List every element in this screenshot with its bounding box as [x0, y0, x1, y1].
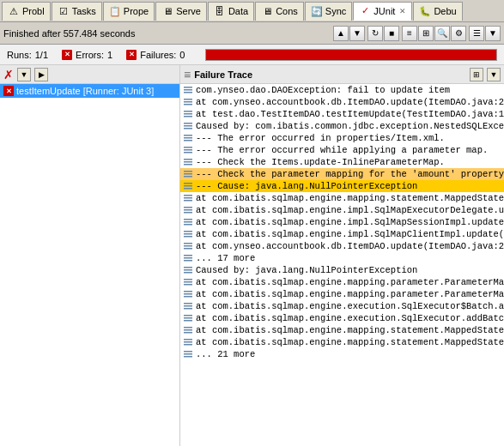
trace-line-text: Caused by: com.ibatis.common.jdbc.except… — [196, 120, 504, 132]
svg-rect-41 — [184, 248, 192, 250]
trace-line-text: at com.ibatis.sqlmap.engine.mapping.para… — [196, 288, 504, 300]
svg-rect-37 — [184, 233, 192, 235]
tab-problems[interactable]: ⚠ Probl — [2, 2, 51, 21]
stats-bar: Runs: 1/1 ✕ Errors: 1 ✕ Failures: 0 — [0, 45, 504, 65]
tasks-icon: ☑ — [58, 5, 70, 17]
trace-line-text: --- Cause: java.lang.NullPointerExceptio… — [196, 180, 417, 192]
svg-rect-4 — [184, 101, 192, 103]
svg-rect-60 — [184, 327, 192, 328]
stack-line-icon — [182, 192, 194, 204]
toolbar-status: Finished after 557.484 seconds — [3, 28, 328, 39]
svg-rect-3 — [184, 99, 192, 100]
svg-rect-39 — [184, 243, 192, 244]
trace-line: at com.ynseo.accountbook.db.ItemDAO.upda… — [180, 240, 504, 252]
svg-rect-16 — [184, 149, 192, 151]
trace-line-text: at com.ibatis.sqlmap.engine.mapping.stat… — [196, 324, 504, 336]
settings-button[interactable]: ⚙ — [451, 26, 466, 41]
test-item[interactable]: ✕ testItemUpdate [Runner: JUnit 3] — [0, 84, 179, 98]
tab-debug-label: Debu — [434, 6, 456, 16]
rerun-button[interactable]: ↻ — [367, 26, 383, 41]
main-content: ✗ ▼ ▶ ✕ testItemUpdate [Runner: JUnit 3]… — [0, 65, 504, 446]
test-item-name: testItemUpdate [Runner: JUnit 3] — [16, 86, 154, 96]
panel-expand-button[interactable]: ▶ — [34, 68, 48, 81]
svg-rect-35 — [184, 224, 192, 226]
trace-line-text: at com.ibatis.sqlmap.engine.execution.Sq… — [196, 300, 504, 312]
tab-serve[interactable]: 🖥 Serve — [155, 2, 207, 21]
errors-label: Errors: — [76, 50, 104, 60]
stack-line-icon — [182, 300, 194, 312]
collapse-all-button[interactable]: ≡ — [402, 26, 417, 41]
tab-tasks[interactable]: ☑ Tasks — [52, 2, 102, 21]
junit-close-button[interactable]: ✕ — [399, 7, 406, 15]
trace-content[interactable]: com.ynseo.dao.DAOException: fail to upda… — [180, 84, 504, 446]
failures-label: Failures: — [140, 50, 176, 60]
svg-rect-20 — [184, 164, 192, 166]
trace-more-button[interactable]: ▼ — [487, 68, 501, 81]
stack-line-icon — [182, 96, 194, 108]
svg-rect-26 — [184, 188, 192, 190]
svg-rect-9 — [184, 123, 192, 124]
svg-rect-54 — [184, 303, 192, 304]
trace-line-text: at com.ibatis.sqlmap.engine.impl.SqlMapC… — [196, 228, 504, 240]
tab-console[interactable]: 🖥 Cons — [255, 2, 304, 21]
svg-rect-8 — [184, 116, 192, 118]
toolbar-nav-group: ▲ ▼ ↻ ■ ≡ ⊞ 🔍 ⚙ ☰ ▼ — [333, 26, 501, 41]
trace-expand-button[interactable]: ⊞ — [470, 68, 483, 81]
svg-rect-65 — [184, 344, 192, 346]
layout-button[interactable]: ☰ — [469, 26, 484, 41]
tab-sync-label: Sync — [325, 6, 346, 16]
stack-line-icon — [182, 252, 194, 264]
trace-line: at com.ibatis.sqlmap.engine.impl.SqlMapC… — [180, 228, 504, 240]
tab-console-label: Cons — [276, 6, 298, 16]
trace-line: at com.ibatis.sqlmap.engine.impl.SqlMapS… — [180, 216, 504, 228]
svg-rect-14 — [184, 140, 192, 142]
stack-line-icon — [182, 180, 194, 192]
svg-rect-48 — [184, 279, 192, 280]
trace-line: --- Cause: java.lang.NullPointerExceptio… — [180, 180, 504, 192]
failures-value: 0 — [179, 50, 185, 60]
stack-line-icon — [182, 132, 194, 144]
svg-rect-36 — [184, 231, 192, 232]
debug-icon: 🐛 — [419, 5, 431, 17]
trace-line: ... 17 more — [180, 252, 504, 264]
filter-button[interactable]: 🔍 — [434, 26, 450, 41]
left-panel-header: ✗ ▼ ▶ — [0, 65, 179, 84]
tab-properties[interactable]: 📋 Prope — [103, 2, 155, 21]
svg-rect-52 — [184, 293, 192, 295]
next-failure-button[interactable]: ▼ — [349, 26, 365, 41]
problems-icon: ⚠ — [8, 5, 20, 17]
stack-line-icon — [182, 168, 194, 180]
failures-icon: ✕ — [126, 50, 137, 60]
tab-junit[interactable]: ✓ JUnit ✕ — [353, 2, 412, 21]
tab-debug[interactable]: 🐛 Debu — [413, 2, 462, 21]
svg-rect-24 — [184, 183, 192, 184]
serve-icon: 🖥 — [161, 5, 173, 17]
more-button[interactable]: ▼ — [485, 26, 501, 41]
stack-line-icon — [182, 288, 194, 300]
stack-line-icon — [182, 204, 194, 216]
svg-rect-7 — [184, 113, 192, 115]
svg-rect-61 — [184, 329, 192, 331]
tab-data[interactable]: 🗄 Data — [208, 2, 254, 21]
tab-sync[interactable]: 🔄 Sync — [305, 2, 352, 21]
svg-rect-27 — [184, 195, 192, 196]
svg-rect-50 — [184, 284, 192, 286]
console-icon: 🖥 — [261, 5, 273, 17]
panel-collapse-button[interactable]: ▼ — [17, 68, 31, 81]
stack-line-icon — [182, 108, 194, 120]
stop-button[interactable]: ■ — [384, 26, 399, 41]
svg-rect-38 — [184, 236, 192, 238]
trace-line: at com.ibatis.sqlmap.engine.mapping.stat… — [180, 192, 504, 204]
trace-line-text: at com.ibatis.sqlmap.engine.mapping.stat… — [196, 192, 504, 204]
svg-rect-19 — [184, 161, 192, 163]
nav-arrows: ▲ ▼ — [333, 26, 365, 41]
expand-all-button[interactable]: ⊞ — [418, 26, 434, 41]
stack-line-icon — [182, 144, 194, 156]
trace-line-text: at com.ibatis.sqlmap.engine.mapping.stat… — [196, 336, 504, 348]
stack-line-icon — [182, 240, 194, 252]
tab-tasks-label: Tasks — [72, 6, 96, 16]
prev-failure-button[interactable]: ▲ — [333, 26, 349, 41]
data-icon: 🗄 — [214, 5, 226, 17]
svg-rect-45 — [184, 267, 192, 268]
trace-stack-icon: ≡ — [184, 68, 191, 81]
